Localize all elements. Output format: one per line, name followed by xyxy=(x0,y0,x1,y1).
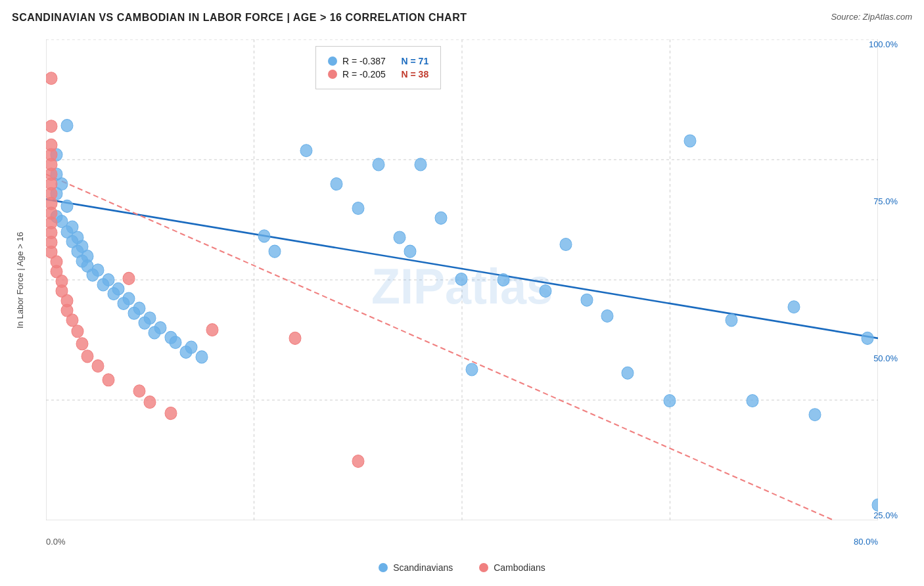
cambodians-label: Cambodians xyxy=(494,562,545,573)
y-labels: 100.0% 75.0% 50.0% 25.0% xyxy=(869,39,898,520)
legend-scandinavians: Scandinavians xyxy=(379,562,453,573)
svg-point-54 xyxy=(373,158,384,171)
svg-point-106 xyxy=(289,332,301,344)
svg-point-37 xyxy=(118,297,129,309)
svg-point-51 xyxy=(300,145,312,157)
scatter-plot: ZIPatlas xyxy=(46,39,878,520)
y-axis-label: In Labor Force | Age > 16 xyxy=(0,39,39,520)
svg-point-72 xyxy=(809,409,821,421)
svg-point-47 xyxy=(180,346,192,358)
svg-point-75 xyxy=(46,72,57,85)
svg-point-97 xyxy=(76,338,88,350)
svg-point-31 xyxy=(87,269,99,281)
svg-point-101 xyxy=(123,272,135,284)
chart-title: SCANDINAVIAN VS CAMBODIAN IN LABOR FORCE… xyxy=(12,12,467,24)
y-label-25: 25.0% xyxy=(873,510,898,520)
svg-point-99 xyxy=(92,360,104,372)
chart-container: SCANDINAVIAN VS CAMBODIAN IN LABOR FORCE… xyxy=(0,0,924,586)
x-label-0: 0.0% xyxy=(46,537,66,547)
svg-text:ZIPatlas: ZIPatlas xyxy=(371,258,553,314)
svg-point-33 xyxy=(97,279,109,291)
svg-point-61 xyxy=(497,273,509,286)
svg-point-70 xyxy=(747,395,758,407)
svg-point-76 xyxy=(46,120,57,133)
x-axis: 0.0% 80.0% xyxy=(46,537,878,547)
svg-point-107 xyxy=(352,455,364,468)
svg-point-55 xyxy=(394,231,405,244)
source-label: Source: ZipAtlas.com xyxy=(831,12,912,22)
svg-point-66 xyxy=(622,367,634,379)
svg-point-35 xyxy=(108,288,120,300)
scandinavians-dot xyxy=(379,563,388,572)
svg-point-95 xyxy=(66,314,78,327)
svg-point-98 xyxy=(81,350,93,363)
svg-point-96 xyxy=(72,325,83,338)
svg-point-69 xyxy=(726,314,737,327)
y-label-75: 75.0% xyxy=(873,196,898,206)
svg-point-45 xyxy=(170,336,181,349)
svg-point-18 xyxy=(61,200,73,212)
legend-cambodians: Cambodians xyxy=(479,562,545,573)
svg-point-67 xyxy=(664,395,676,407)
svg-point-13 xyxy=(61,120,73,132)
svg-point-53 xyxy=(352,202,364,215)
svg-point-102 xyxy=(133,385,145,397)
svg-point-48 xyxy=(196,351,208,363)
svg-point-59 xyxy=(455,273,467,285)
svg-point-41 xyxy=(139,317,150,329)
svg-point-65 xyxy=(601,309,613,322)
svg-point-58 xyxy=(435,212,447,224)
bottom-legend: Scandinavians Cambodians xyxy=(0,562,924,573)
svg-point-57 xyxy=(415,158,427,171)
svg-point-56 xyxy=(404,245,416,258)
svg-point-52 xyxy=(331,178,342,191)
svg-point-104 xyxy=(165,407,177,420)
svg-point-39 xyxy=(128,307,140,319)
svg-point-71 xyxy=(788,301,800,313)
cambodians-dot xyxy=(479,563,488,572)
svg-point-100 xyxy=(103,374,114,386)
svg-point-63 xyxy=(560,238,572,251)
svg-point-60 xyxy=(466,363,478,376)
svg-point-105 xyxy=(206,324,218,336)
svg-point-49 xyxy=(258,230,270,242)
svg-point-64 xyxy=(581,294,593,306)
x-label-4: 80.0% xyxy=(854,537,878,547)
svg-point-68 xyxy=(684,135,696,147)
y-label-50: 50.0% xyxy=(873,353,898,363)
scandinavians-label: Scandinavians xyxy=(393,562,453,573)
svg-point-43 xyxy=(149,327,160,339)
y-label-100: 100.0% xyxy=(869,39,898,49)
svg-point-103 xyxy=(144,396,156,409)
svg-point-62 xyxy=(540,284,551,297)
svg-point-50 xyxy=(269,245,281,258)
